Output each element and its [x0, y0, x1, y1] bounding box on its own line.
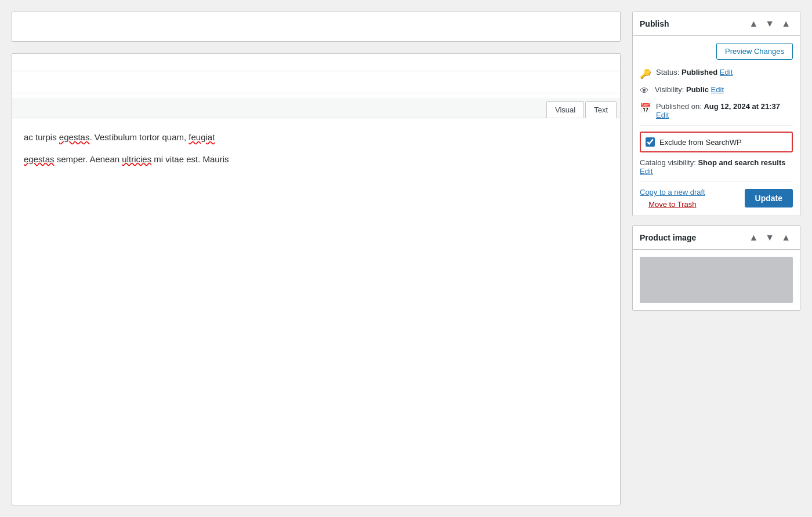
publish-secondary-links: Copy to a new draft Move to Trash: [640, 188, 705, 209]
spellcheck-word-4: ultricies: [122, 154, 151, 164]
catalog-visibility-label: Catalog visibility:: [640, 158, 696, 167]
update-button[interactable]: Update: [745, 189, 793, 207]
status-edit-link[interactable]: Edit: [720, 68, 733, 77]
editor-paragraph: ac turpis egestas. Vestibulum tortor qua…: [24, 130, 608, 145]
visibility-row: 👁 Visibility: Public Edit: [640, 85, 793, 96]
publish-metabox-body: Preview Changes 🔑 Status: Published Edit…: [633, 36, 800, 216]
exclude-searchwp-checkbox[interactable]: [646, 137, 655, 147]
product-image-metabox-controls: ▲ ▼ ▲: [746, 232, 793, 243]
spellcheck-word-1: egestas: [59, 132, 90, 142]
publish-metabox-controls: ▲ ▼ ▲: [746, 18, 793, 30]
copy-draft-button[interactable]: Copy to a new draft: [640, 188, 705, 196]
published-on-label: Published on:: [656, 102, 702, 111]
product-image-collapse-down-btn[interactable]: ▼: [763, 232, 777, 243]
status-icon: 🔑: [640, 68, 651, 79]
spellcheck-word-2: feugiat: [188, 132, 215, 142]
spellcheck-word-3: egestas: [24, 154, 55, 164]
content-editor: Visual Text ac turpis egestas. Vestibulu…: [12, 53, 621, 505]
calendar-icon: 📅: [640, 103, 651, 114]
publish-collapse-down-btn[interactable]: ▼: [763, 18, 777, 30]
tab-visual[interactable]: Visual: [546, 101, 584, 118]
editor-toolbar-row1: [12, 54, 620, 71]
publish-collapse-up-btn[interactable]: ▲: [746, 18, 760, 30]
publish-metabox: Publish ▲ ▼ ▲ Preview Changes 🔑 Status: …: [632, 12, 800, 216]
publish-metabox-title: Publish: [640, 19, 669, 28]
visibility-value: Public: [686, 85, 709, 94]
publish-collapse-btn[interactable]: ▲: [779, 18, 793, 30]
product-image-metabox: Product image ▲ ▼ ▲: [632, 225, 800, 311]
editor-toolbar-row2: [12, 76, 620, 93]
status-label: Status:: [656, 68, 679, 77]
published-on-value: Aug 12, 2024 at 21:37: [704, 102, 780, 111]
product-image-collapse-up-btn[interactable]: ▲: [746, 232, 760, 243]
product-image-collapse-btn[interactable]: ▲: [779, 232, 793, 243]
editor-tabs: Visual Text: [12, 98, 620, 118]
move-trash-button[interactable]: Move to Trash: [640, 200, 705, 209]
visibility-icon: 👁: [640, 86, 650, 96]
visibility-content: Visibility: Public Edit: [655, 85, 793, 94]
catalog-visibility-edit-link[interactable]: Edit: [640, 167, 652, 176]
editor-paragraph-2: egestas semper. Aenean ultricies mi vita…: [24, 152, 608, 167]
published-on-edit-link[interactable]: Edit: [656, 111, 669, 119]
product-image-metabox-body: [633, 250, 800, 310]
visibility-edit-link[interactable]: Edit: [711, 85, 724, 94]
product-image-metabox-title: Product image: [640, 233, 696, 242]
product-image-thumbnail[interactable]: [640, 257, 793, 303]
preview-changes-button[interactable]: Preview Changes: [716, 43, 793, 60]
catalog-visibility-value: Shop and search results: [698, 158, 785, 167]
sidebar: Publish ▲ ▼ ▲ Preview Changes 🔑 Status: …: [632, 0, 812, 517]
catalog-visibility-row: Catalog visibility: Shop and search resu…: [640, 158, 793, 176]
status-value: Published: [682, 68, 717, 77]
exclude-searchwp-row: Exclude from SearchWP: [640, 132, 793, 152]
editor-area: Visual Text ac turpis egestas. Vestibulu…: [0, 0, 632, 517]
publish-metabox-header: Publish ▲ ▼ ▲: [633, 12, 800, 36]
published-on-content: Published on: Aug 12, 2024 at 21:37 Edit: [656, 102, 793, 119]
exclude-searchwp-label: Exclude from SearchWP: [659, 138, 742, 147]
editor-body[interactable]: ac turpis egestas. Vestibulum tortor qua…: [12, 118, 620, 185]
visibility-label: Visibility:: [655, 85, 684, 94]
product-image-metabox-header: Product image ▲ ▼ ▲: [633, 226, 800, 250]
tab-text[interactable]: Text: [585, 101, 617, 118]
published-on-row: 📅 Published on: Aug 12, 2024 at 21:37 Ed…: [640, 102, 793, 119]
publish-divider: [640, 125, 793, 126]
status-row: 🔑 Status: Published Edit: [640, 68, 793, 79]
publish-actions: Copy to a new draft Move to Trash Update: [640, 181, 793, 209]
post-title-input[interactable]: [12, 12, 621, 42]
status-content: Status: Published Edit: [656, 68, 793, 77]
